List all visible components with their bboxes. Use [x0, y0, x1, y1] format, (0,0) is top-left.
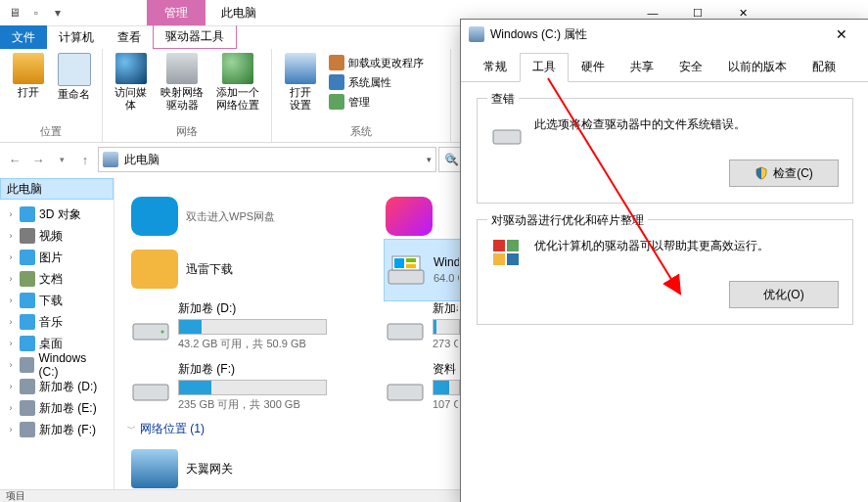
nav-back-button[interactable]: ←	[4, 149, 25, 170]
expand-icon[interactable]: ›	[6, 252, 16, 262]
tree-item-5[interactable]: ›音乐	[0, 311, 114, 333]
tree-item-label: 音乐	[39, 314, 63, 331]
tile-wps-label: 双击进入WPS网盘	[186, 209, 275, 224]
dialog-tab-0[interactable]: 常规	[471, 53, 520, 81]
tile-drive-e[interactable]: 新加卷 (E:)273 GB 可用	[384, 299, 466, 352]
dialog-tab-3[interactable]: 共享	[617, 53, 666, 81]
ribbon-group-network: 网络	[109, 122, 265, 142]
tile-drive-c[interactable]: Windows (C:)64.0 GB 可用	[384, 239, 468, 301]
expand-icon[interactable]: ›	[6, 360, 16, 370]
ribbon-media-button[interactable]: 访问媒体	[109, 51, 153, 112]
dialog-tab-2[interactable]: 硬件	[569, 53, 617, 81]
tree-item-7[interactable]: ›Windows (C:)	[0, 354, 114, 376]
fieldset-optimize: 对驱动器进行优化和碎片整理 优化计算机的驱动器可以帮助其更高效运行。 优化(O)	[477, 219, 853, 325]
drive-d-sub: 43.2 GB 可用，共 50.9 GB	[178, 337, 327, 351]
xunlei-icon	[131, 250, 178, 289]
ribbon-map-drive-button[interactable]: 映射网络 驱动器	[155, 51, 208, 112]
dialog-tab-1[interactable]: 工具	[520, 53, 569, 82]
tile-xunlei[interactable]: 迅雷下载	[129, 243, 378, 296]
address-bar[interactable]: 此电脑 ▾	[98, 147, 436, 172]
expand-icon[interactable]: ›	[6, 382, 16, 391]
tree-item-icon	[20, 271, 35, 287]
status-bar: 项目	[0, 489, 466, 502]
tree-item-0[interactable]: ›3D 对象	[0, 204, 114, 225]
tile-drive-f[interactable]: 新加卷 (F:) 235 GB 可用，共 300 GB	[129, 360, 378, 413]
drive-d-bar	[178, 319, 327, 335]
tree-item-8[interactable]: ›新加卷 (D:)	[0, 376, 114, 397]
address-icon	[103, 152, 118, 167]
dialog-tab-5[interactable]: 以前的版本	[715, 53, 799, 81]
wps-icon	[131, 197, 178, 236]
tile-wps[interactable]: 双击进入WPS网盘	[129, 190, 378, 243]
nav-up-button[interactable]: ↑	[74, 149, 96, 170]
expand-icon[interactable]: ›	[6, 317, 16, 327]
tile-tianyi-gateway[interactable]: 天翼网关	[129, 442, 378, 495]
drive-small-icon	[491, 116, 523, 148]
ribbon-sysprops-label: 系统属性	[348, 75, 391, 90]
tree-item-3[interactable]: ›文档	[0, 268, 114, 290]
dialog-tab-6[interactable]: 配额	[799, 53, 848, 81]
drive-f-sub: 235 GB 可用，共 300 GB	[178, 397, 327, 412]
tab-computer[interactable]: 计算机	[47, 25, 106, 49]
tab-drive-tools[interactable]: 驱动器工具	[153, 25, 237, 49]
tree-item-2[interactable]: ›图片	[0, 247, 114, 268]
dialog-pane-tools: 查错 此选项将检查驱动器中的文件系统错误。 检查(C) 对驱动器进行优化和碎片整…	[461, 82, 868, 356]
ribbon-manage-button[interactable]: 管理	[325, 92, 428, 112]
address-dropdown-icon[interactable]: ▾	[427, 155, 432, 164]
tree-item-10[interactable]: ›新加卷 (F:)	[0, 419, 114, 440]
tree-item-4[interactable]: ›下载	[0, 290, 114, 311]
tree-item-1[interactable]: ›视频	[0, 225, 114, 247]
svg-rect-2	[394, 258, 404, 268]
qat-dropdown-icon[interactable]: ▾	[49, 4, 67, 22]
expand-icon[interactable]: ›	[6, 339, 16, 348]
nav-history-button[interactable]: ▾	[51, 149, 72, 170]
ribbon-uninstall-button[interactable]: 卸载或更改程序	[325, 53, 428, 72]
expand-icon[interactable]: ›	[6, 231, 16, 241]
settings-icon	[285, 53, 316, 84]
svg-rect-11	[493, 240, 505, 251]
tree-item-label: 图片	[39, 250, 63, 266]
expand-icon[interactable]: ›	[6, 403, 16, 413]
tree-item-icon	[20, 336, 35, 351]
expand-icon[interactable]: ›	[6, 296, 16, 305]
dialog-titlebar[interactable]: Windows (C:) 属性 ✕	[461, 20, 868, 49]
tree-item-icon	[20, 379, 35, 394]
drive-g-bar	[433, 380, 460, 395]
tree-item-icon	[20, 357, 35, 373]
tree-item-9[interactable]: ›新加卷 (E:)	[0, 397, 114, 419]
dialog-tabs: 常规工具硬件共享安全以前的版本配额	[461, 49, 868, 82]
ribbon-open-settings-button[interactable]: 打开 设置	[278, 51, 323, 112]
tile-drive-g[interactable]: 资料 (G:)107 GB 可用	[384, 360, 466, 413]
ribbon-rename-button[interactable]: 重命名	[52, 51, 96, 101]
ribbon-tabs: 文件 计算机 查看 驱动器工具	[0, 25, 237, 49]
svg-rect-0	[388, 270, 424, 284]
drive-c-name: Windows (C:)	[434, 255, 459, 269]
check-button[interactable]: 检查(C)	[729, 160, 839, 187]
tile-drive-d[interactable]: 新加卷 (D:) 43.2 GB 可用，共 50.9 GB	[129, 299, 378, 352]
drive-e-name: 新加卷 (E:)	[433, 300, 458, 317]
ribbon-group-system: 系统	[278, 122, 444, 142]
tree-root-this-pc[interactable]: 此电脑	[0, 178, 114, 200]
expand-icon[interactable]: ›	[6, 209, 16, 219]
drive-g-icon	[386, 371, 425, 402]
ribbon-media-label: 访问媒体	[111, 86, 151, 112]
ribbon-open-button[interactable]: 打开	[6, 51, 50, 101]
check-button-label: 检查(C)	[773, 165, 813, 182]
tab-file[interactable]: 文件	[0, 25, 47, 49]
add-location-icon	[222, 53, 253, 84]
tree-item-icon	[20, 228, 35, 244]
expand-icon[interactable]: ›	[6, 274, 16, 284]
optimize-button[interactable]: 优化(O)	[729, 281, 839, 308]
dialog-close-button[interactable]: ✕	[822, 20, 861, 49]
dialog-tab-4[interactable]: 安全	[666, 53, 715, 81]
expand-icon[interactable]: ›	[6, 425, 16, 434]
chevron-down-icon: ﹀	[127, 423, 136, 435]
qat-pin-icon[interactable]: ▫	[27, 4, 45, 22]
ribbon-sysprops-button[interactable]: 系统属性	[325, 72, 428, 92]
nav-forward-button[interactable]: →	[27, 149, 49, 170]
drive-e-icon	[386, 310, 425, 342]
ribbon-add-location-button[interactable]: 添加一个 网络位置	[211, 51, 265, 112]
tab-view[interactable]: 查看	[106, 25, 153, 49]
section-network-locations[interactable]: ﹀网络位置 (1)	[127, 421, 205, 437]
fieldset-check: 查错 此选项将检查驱动器中的文件系统错误。 检查(C)	[477, 98, 853, 204]
